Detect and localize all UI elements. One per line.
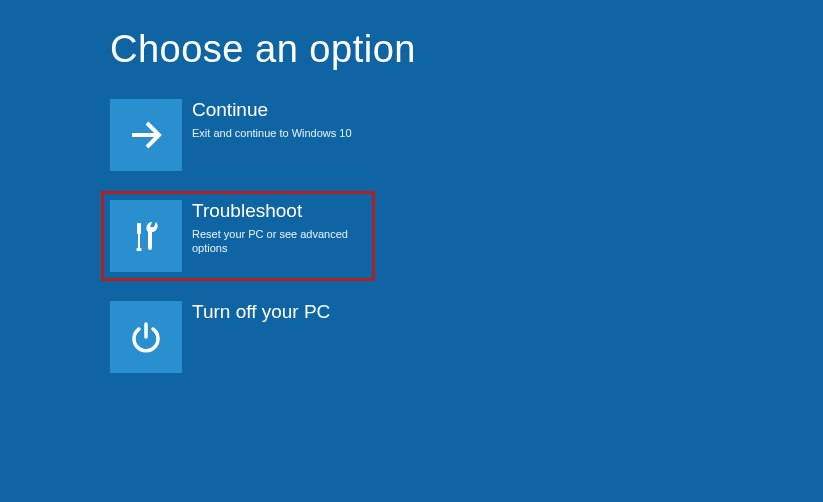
turnoff-tile [110,301,182,373]
troubleshoot-tile [110,200,182,272]
troubleshoot-title: Troubleshoot [192,200,366,223]
continue-title: Continue [192,99,352,122]
continue-text: Continue Exit and continue to Windows 10 [182,99,352,140]
continue-desc: Exit and continue to Windows 10 [192,126,352,140]
option-list: Continue Exit and continue to Windows 10 [110,99,823,373]
turnoff-title: Turn off your PC [192,301,330,324]
svg-rect-3 [137,248,142,251]
troubleshoot-text: Troubleshoot Reset your PC or see advanc… [182,200,366,255]
troubleshoot-desc: Reset your PC or see advanced options [192,227,366,256]
continue-option[interactable]: Continue Exit and continue to Windows 10 [110,99,366,171]
troubleshoot-option[interactable]: Troubleshoot Reset your PC or see advanc… [101,191,375,281]
svg-rect-2 [138,234,140,248]
recovery-options-page: Choose an option Continue Exit and conti… [0,0,823,373]
page-title: Choose an option [110,28,823,71]
continue-tile [110,99,182,171]
power-icon [126,317,166,357]
svg-rect-1 [137,223,141,234]
arrow-right-icon [126,115,166,155]
tools-icon [125,215,167,257]
turnoff-option[interactable]: Turn off your PC [110,301,366,373]
turnoff-text: Turn off your PC [182,301,330,328]
